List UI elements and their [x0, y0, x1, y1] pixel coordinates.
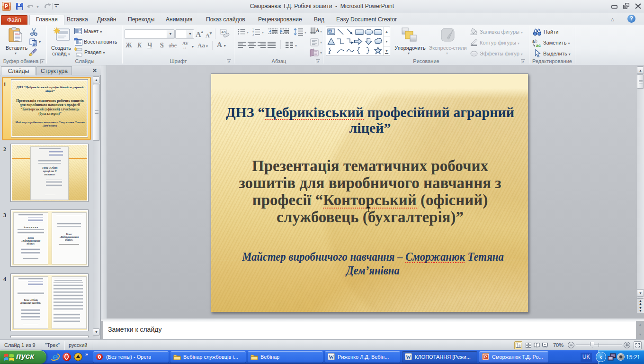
svg-text:A: A	[329, 30, 331, 33]
svg-text:A: A	[316, 27, 320, 33]
svg-text:Аз: Аз	[221, 30, 226, 34]
svg-text:3: 3	[252, 33, 254, 36]
svg-text:ac: ac	[536, 43, 541, 47]
